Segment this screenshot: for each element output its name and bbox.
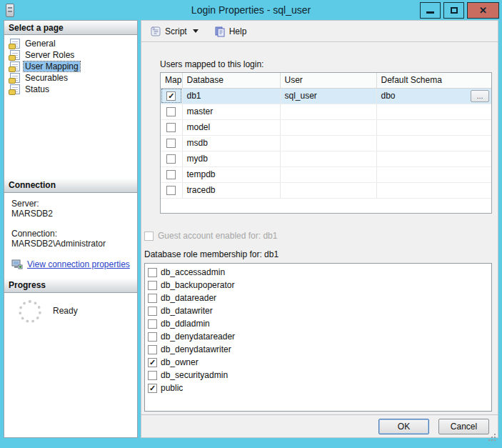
cancel-button[interactable]: Cancel	[438, 419, 489, 434]
server-label: Server:	[11, 199, 131, 209]
role-checkbox[interactable]	[148, 268, 157, 277]
database-cell[interactable]: msdb	[182, 135, 280, 151]
user-cell[interactable]: sql_user	[280, 88, 376, 104]
role-label: db_owner	[161, 357, 199, 367]
select-a-page-header: Select a page	[4, 21, 137, 35]
sidebar-item-label: General	[24, 39, 57, 49]
sidebar-item-user-mapping[interactable]: User Mapping	[6, 61, 136, 72]
sidebar-item-server-roles[interactable]: Server Roles	[6, 49, 136, 61]
table-row-model[interactable]: model	[161, 119, 491, 135]
role-item-db-denydatareader[interactable]: db_denydatareader	[148, 330, 491, 343]
role-label: db_securityadmin	[161, 370, 228, 380]
column-header-database[interactable]: Database	[182, 73, 280, 88]
script-icon	[150, 26, 161, 37]
view-connection-properties-link[interactable]: View connection properties	[27, 259, 130, 269]
map-checkbox[interactable]	[166, 186, 176, 195]
role-checkbox[interactable]	[148, 371, 157, 380]
role-checkbox[interactable]	[148, 332, 157, 342]
table-row-master[interactable]: master	[161, 104, 491, 119]
table-row-tracedb[interactable]: tracedb	[161, 182, 491, 198]
user-cell[interactable]	[280, 104, 376, 119]
role-item-db-backupoperator[interactable]: db_backupoperator	[148, 279, 491, 292]
database-cell[interactable]: master	[182, 104, 280, 119]
sidebar-item-label: Securables	[24, 73, 69, 83]
role-item-public[interactable]: ✓public	[148, 382, 491, 394]
user-cell[interactable]	[280, 151, 376, 166]
column-header-map[interactable]: Map	[161, 73, 182, 88]
role-item-db-ddladmin[interactable]: db_ddladmin	[148, 317, 491, 330]
role-label: db_ddladmin	[161, 319, 210, 329]
role-checkbox[interactable]	[148, 281, 157, 290]
database-cell[interactable]: tempdb	[182, 166, 280, 182]
role-label: db_denydatareader	[161, 332, 235, 342]
title-bar[interactable]: Login Properties - sql_user ✕	[0, 0, 502, 20]
role-checkbox[interactable]	[148, 345, 157, 354]
role-item-db-accessadmin[interactable]: db_accessadmin	[148, 266, 491, 279]
help-icon	[214, 26, 226, 37]
sidebar-item-securables[interactable]: Securables	[6, 72, 136, 84]
column-header-user[interactable]: User	[280, 73, 376, 88]
column-header-default-schema[interactable]: Default Schema	[376, 73, 491, 88]
sidebar: Select a page GeneralServer RolesUser Ma…	[4, 20, 138, 438]
resize-grip[interactable]	[494, 434, 496, 435]
user-cell[interactable]	[280, 182, 376, 198]
map-checkbox[interactable]	[166, 123, 176, 132]
role-item-db-denydatawriter[interactable]: db_denydatawriter	[148, 343, 491, 356]
map-checkbox[interactable]	[166, 139, 176, 148]
sidebar-item-general[interactable]: General	[6, 38, 136, 49]
table-row-msdb[interactable]: msdb	[161, 135, 491, 151]
server-app-icon	[6, 4, 14, 17]
database-cell[interactable]: tracedb	[182, 182, 280, 198]
table-row-tempdb[interactable]: tempdb	[161, 166, 491, 182]
schema-cell[interactable]	[376, 151, 491, 166]
role-item-db-owner[interactable]: ✓db_owner	[148, 356, 491, 369]
schema-cell[interactable]	[376, 104, 491, 119]
schema-cell[interactable]	[376, 182, 491, 198]
close-button[interactable]: ✕	[467, 2, 499, 19]
schema-cell[interactable]	[376, 119, 491, 135]
connection-header: Connection	[4, 179, 137, 193]
database-cell[interactable]: model	[182, 119, 280, 135]
role-checkbox[interactable]	[148, 319, 157, 329]
dialog-footer: OK Cancel	[141, 414, 498, 437]
page-key-icon	[10, 73, 20, 83]
map-checkbox[interactable]	[166, 170, 176, 179]
ok-button[interactable]: OK	[378, 419, 429, 434]
role-item-db-datareader[interactable]: db_datareader	[148, 292, 491, 304]
script-button[interactable]: Script	[147, 24, 201, 39]
maximize-icon	[451, 7, 458, 14]
page-key-icon	[10, 84, 20, 94]
map-checkbox[interactable]	[166, 154, 176, 164]
database-cell[interactable]: mydb	[182, 151, 280, 166]
role-checkbox[interactable]	[148, 294, 157, 303]
user-cell[interactable]	[280, 135, 376, 151]
role-item-db-securityadmin[interactable]: db_securityadmin	[148, 369, 491, 382]
users-table-caption: Users mapped to this login:	[160, 59, 492, 69]
guest-account-checkbox	[144, 232, 154, 241]
table-row-db1[interactable]: ✓db1sql_userdbo...	[161, 88, 491, 104]
browse-schema-button[interactable]: ...	[471, 90, 489, 102]
map-checkbox[interactable]	[166, 107, 176, 116]
user-cell[interactable]	[280, 119, 376, 135]
login-properties-dialog: Login Properties - sql_user ✕ Select a p…	[0, 0, 502, 448]
role-checkbox[interactable]: ✓	[148, 358, 157, 367]
sidebar-item-status[interactable]: Status	[6, 84, 136, 95]
progress-spinner-icon	[19, 300, 41, 323]
role-checkbox[interactable]: ✓	[148, 384, 157, 393]
role-item-db-datawriter[interactable]: db_datawriter	[148, 304, 491, 317]
user-cell[interactable]	[280, 166, 376, 182]
role-checkbox[interactable]	[148, 307, 157, 316]
toolbar: Script Help	[141, 21, 498, 42]
help-button[interactable]: Help	[211, 24, 250, 39]
schema-cell[interactable]	[376, 135, 491, 151]
database-cell[interactable]: db1	[182, 88, 280, 104]
schema-cell[interactable]: dbo...	[376, 88, 491, 104]
page-key-icon	[10, 61, 20, 71]
roles-caption: Database role membership for: db1	[144, 249, 492, 259]
schema-cell[interactable]	[376, 166, 491, 182]
maximize-button[interactable]	[443, 2, 464, 19]
table-row-mydb[interactable]: mydb	[161, 151, 491, 166]
guest-account-row: Guest account enabled for: db1	[144, 231, 492, 241]
map-checkbox[interactable]: ✓	[166, 91, 176, 101]
minimize-button[interactable]	[420, 2, 441, 19]
